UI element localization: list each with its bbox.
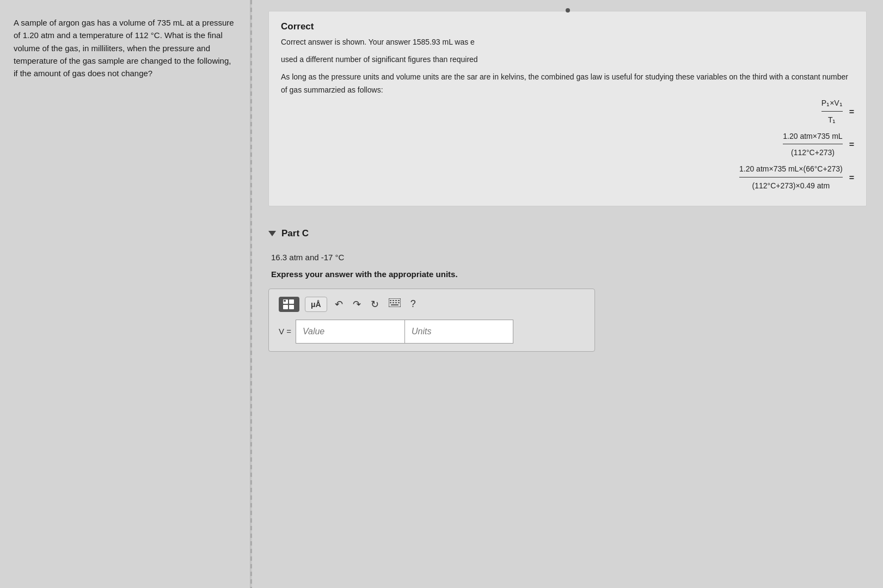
- svg-rect-2: [289, 299, 294, 304]
- svg-rect-9: [398, 300, 400, 301]
- answer-box: μÅ ↶ ↷ ↻: [268, 289, 595, 352]
- formula-row-2: 1.20 atm×735 mL (112°C+273) =: [281, 130, 854, 160]
- keyboard-icon: [389, 298, 401, 307]
- keyboard-button[interactable]: [387, 297, 403, 311]
- help-button[interactable]: ?: [408, 297, 418, 311]
- v-equals-label: V =: [279, 327, 291, 336]
- svg-rect-1: [283, 305, 288, 309]
- correct-title: Correct: [281, 21, 854, 32]
- fraction-1: P₁×V₁ T₁: [821, 97, 843, 127]
- formula-row-1: P₁×V₁ T₁ =: [281, 97, 854, 127]
- equals-3: =: [849, 170, 854, 185]
- svg-rect-10: [390, 302, 391, 303]
- matrix-button[interactable]: [279, 297, 299, 312]
- greek-button[interactable]: μÅ: [305, 297, 327, 312]
- svg-rect-8: [395, 300, 397, 301]
- express-label: Express your answer with the appropriate…: [271, 270, 867, 279]
- part-c-title: Part C: [281, 228, 309, 239]
- equals-1: =: [849, 105, 854, 119]
- equals-2: =: [849, 137, 854, 152]
- fraction-1-denominator: T₁: [828, 113, 836, 127]
- fraction-3-denominator: (112°C+273)×0.49 atm: [752, 179, 830, 193]
- conditions-text: 16.3 atm and -17 °C: [271, 253, 867, 262]
- svg-rect-4: [284, 300, 286, 302]
- svg-rect-14: [391, 304, 398, 305]
- fraction-2-numerator: 1.20 atm×735 mL: [783, 130, 842, 145]
- svg-rect-13: [398, 302, 400, 303]
- units-input[interactable]: [404, 320, 513, 344]
- right-panel: Correct Correct answer is shown. Your an…: [252, 0, 883, 588]
- correct-line2: used a different number of significant f…: [281, 54, 854, 66]
- correct-section: Correct Correct answer is shown. Your an…: [268, 11, 867, 206]
- left-panel: A sample of argon gas has a volume of 73…: [0, 0, 250, 588]
- fraction-1-numerator: P₁×V₁: [821, 97, 843, 112]
- svg-rect-6: [390, 300, 391, 301]
- problem-text: A sample of argon gas has a volume of 73…: [14, 16, 236, 79]
- fraction-3: 1.20 atm×735 mL×(66°C+273) (112°C+273)×0…: [739, 163, 843, 193]
- chevron-down-icon[interactable]: [268, 231, 276, 236]
- undo-button[interactable]: ↶: [333, 297, 345, 311]
- part-c-section: Part C 16.3 atm and -17 °C Express your …: [268, 223, 867, 357]
- fraction-2: 1.20 atm×735 mL (112°C+273): [783, 130, 842, 160]
- formula-section: As long as the pressure units and volume…: [281, 71, 854, 192]
- redo-button[interactable]: ↷: [351, 297, 363, 311]
- svg-rect-3: [289, 305, 294, 309]
- greek-button-label: μÅ: [311, 300, 321, 309]
- help-label: ?: [410, 298, 416, 309]
- correct-line1: Correct answer is shown. Your answer 158…: [281, 36, 854, 48]
- fraction-2-denominator: (112°C+273): [791, 145, 835, 160]
- formula-row-3: 1.20 atm×735 mL×(66°C+273) (112°C+273)×0…: [281, 163, 854, 193]
- svg-rect-12: [395, 302, 397, 303]
- value-input[interactable]: [296, 320, 404, 344]
- matrix-icon: [283, 299, 295, 309]
- part-c-header: Part C: [268, 228, 867, 239]
- dot-indicator: [566, 8, 570, 13]
- explanation-text: As long as the pressure units and volume…: [281, 71, 854, 97]
- refresh-button[interactable]: ↻: [369, 297, 381, 311]
- input-row: V =: [279, 320, 585, 344]
- fraction-3-numerator: 1.20 atm×735 mL×(66°C+273): [739, 163, 843, 177]
- svg-rect-11: [393, 302, 394, 303]
- toolbar: μÅ ↶ ↷ ↻: [279, 297, 585, 312]
- svg-rect-7: [393, 300, 394, 301]
